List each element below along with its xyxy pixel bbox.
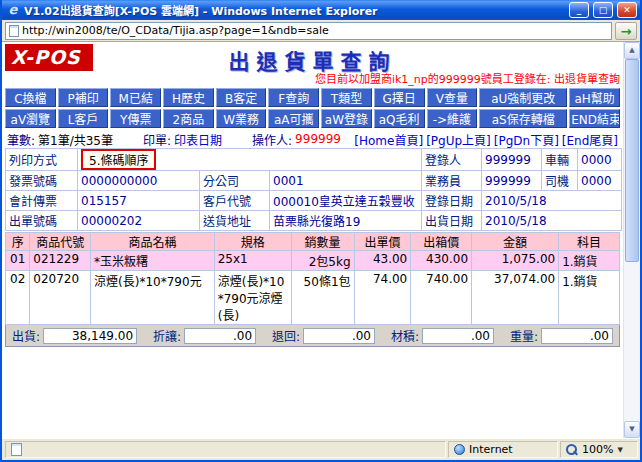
branch-value: 0001 — [270, 171, 422, 191]
item-name: *玉米粄糬 — [91, 251, 215, 271]
go-button[interactable]: → — [615, 22, 637, 40]
page-nav-links: [Home首頁] [PgUp上頁] [PgDn下頁] [End尾頁] — [354, 131, 618, 148]
toolbar-button-voucher[interactable]: Y傳票 — [110, 109, 161, 128]
item-box-price: 740.00 — [411, 271, 472, 325]
table-row[interactable]: 01 021229 *玉米粄糬 25x1 2包5kg 43.00 430.00 … — [6, 251, 620, 271]
toolbar-button-pick-date[interactable]: G擇日 — [374, 88, 425, 107]
address-url: http://win2008/te/O_CData/Tijia.asp?page… — [22, 24, 329, 37]
voucher-label: 會計傳票 — [6, 191, 78, 211]
toolbar-button-sales[interactable]: W業務 — [216, 109, 267, 128]
toolbar-button-check-quantity[interactable]: V查量 — [427, 88, 478, 107]
volume-total-value: .00 — [422, 328, 494, 344]
minimize-button[interactable]: _ — [569, 2, 589, 18]
page-header: X-POS 出退貨單查詢 — [5, 44, 620, 72]
col-qty: 銷數量 — [291, 233, 354, 251]
page-favicon-icon — [9, 25, 19, 37]
nav-pgup-link[interactable]: [PgUp上頁] — [426, 131, 491, 148]
totals-bar: 出貨: 38,149.00 折讓: .00 退回: .00 材積: .00 重量… — [5, 325, 620, 347]
item-account: 1.銷貨 — [559, 271, 620, 325]
customer-code-value: 000010皇英立達五穀豐收 — [270, 191, 422, 211]
status-zone-segment: Internet — [448, 441, 558, 458]
item-unit-price: 43.00 — [354, 251, 411, 271]
operator-label: 操作人: — [252, 131, 292, 148]
reg-date-label: 登錄日期 — [422, 191, 482, 211]
scroll-down-icon[interactable]: ▼ — [624, 421, 640, 438]
print-mode-value[interactable]: 5.條碼順序 — [81, 149, 156, 170]
registrant-label: 登錄人 — [422, 149, 482, 171]
toolbar-button-customer[interactable]: L客戶 — [58, 109, 109, 128]
page-content: X-POS 出退貨單查詢 您目前以加盟商ik1_np的999999號員工登錄在:… — [2, 42, 623, 438]
salesman-label: 業務員 — [422, 171, 482, 191]
status-bar: Internet 100% ▼ — [2, 438, 640, 460]
item-amount: 37,074.00 — [472, 271, 559, 325]
zoom-magnifier-icon — [566, 444, 578, 456]
ship-date-label: 出貨日期 — [422, 211, 482, 231]
delivery-address-value: 苗栗縣光復路19 — [270, 211, 422, 231]
record-count-label: 筆數: — [7, 131, 35, 148]
scrollbar-thumb[interactable] — [625, 59, 639, 262]
item-account: 1.銷貨 — [559, 251, 620, 271]
toolbar-button-end[interactable]: END結束 — [569, 109, 620, 128]
col-seq: 序 — [6, 233, 30, 251]
zoom-dropdown-icon[interactable]: ▼ — [617, 446, 622, 454]
nav-pgdn-link[interactable]: [PgDn下頁] — [494, 131, 559, 148]
item-spec: 25x1 — [214, 251, 291, 271]
address-input[interactable]: http://win2008/te/O_CData/Tijia.asp?page… — [5, 22, 612, 40]
zoom-level: 100% — [582, 443, 613, 456]
toolbar-button-help[interactable]: aH幫助 — [569, 88, 620, 107]
col-product-name: 商品名稱 — [91, 233, 215, 251]
zone-label: Internet — [469, 443, 513, 456]
status-zoom-segment[interactable]: 100% ▼ — [560, 441, 638, 458]
toolbar-button-closed[interactable]: M已結 — [110, 88, 161, 107]
title-bar: e V1.02出退貨查詢[X-POS 雲端網] - Windows Intern… — [2, 0, 640, 20]
toolbar-button-customer-order[interactable]: B客定 — [216, 88, 267, 107]
nav-end-link[interactable]: [End尾頁] — [562, 131, 618, 148]
toolbar-button-browse[interactable]: aV瀏覽 — [5, 109, 56, 128]
toolbar-button-query[interactable]: F查詢 — [268, 88, 319, 107]
toolbar-button-login[interactable]: aW登錄 — [321, 109, 372, 128]
registrant-value: 999999 — [482, 149, 542, 171]
item-qty: 2包5kg — [291, 251, 354, 271]
col-box-price: 出箱價 — [411, 233, 472, 251]
toolbar-button-type[interactable]: T類型 — [321, 88, 372, 107]
toolbar-button-history[interactable]: H歷史 — [163, 88, 214, 107]
scrollbar-track[interactable] — [624, 59, 640, 421]
toolbar-button-gross-profit[interactable]: aQ毛利 — [374, 109, 425, 128]
return-total-value: .00 — [303, 328, 375, 344]
print-label: 印單: — [143, 131, 171, 148]
toolbar-row-1: C換檔 P補印 M已結 H歷史 B客定 F查詢 T類型 G擇日 V查量 aU強制… — [5, 88, 620, 107]
vertical-scrollbar[interactable]: ▲ ▼ — [623, 42, 640, 438]
driver-value: 0000 — [578, 171, 622, 191]
item-amount: 1,075.00 — [472, 251, 559, 271]
ship-total-value: 38,149.00 — [43, 328, 137, 344]
maximize-button[interactable]: □ — [593, 2, 613, 18]
order-no-value: 00000202 — [78, 211, 200, 231]
nav-home-link[interactable]: [Home首頁] — [354, 131, 423, 148]
print-value[interactable]: 印表日期 — [174, 131, 222, 148]
toolbar-button-reprint[interactable]: P補印 — [58, 88, 109, 107]
table-row[interactable]: 02 020720 涼煙(長)*10*790元 涼煙(長)*10*790元涼煙(… — [6, 271, 620, 325]
internet-zone-icon — [454, 444, 465, 455]
toolbar-button-maintain[interactable]: ->維護 — [427, 109, 478, 128]
item-code: 020720 — [30, 271, 91, 325]
discount-total-label: 折讓: — [153, 327, 181, 344]
toolbar-button-force-change[interactable]: aU強制更改 — [479, 88, 567, 107]
customer-code-label: 客戶代號 — [200, 191, 270, 211]
col-spec: 規格 — [214, 233, 291, 251]
col-amount: 金額 — [472, 233, 559, 251]
operator-value: 999999 — [295, 132, 341, 146]
close-button[interactable]: ✕ — [617, 2, 637, 18]
scroll-up-icon[interactable]: ▲ — [624, 42, 640, 59]
toolbar-button-save-export[interactable]: aS保存轉檔 — [479, 109, 567, 128]
order-form: 列印方式 5.條碼順序 登錄人 999999 車輛 0000 發票號碼 0000… — [5, 148, 622, 231]
toolbar-button-product[interactable]: 2商品 — [163, 109, 214, 128]
driver-label: 司機 — [542, 171, 578, 191]
return-total-label: 退回: — [272, 327, 300, 344]
weight-total-value: .00 — [541, 328, 613, 344]
toolbar-button-switch-file[interactable]: C換檔 — [5, 88, 56, 107]
item-qty: 50條1包 — [291, 271, 354, 325]
toolbar-button-portable[interactable]: aA可攜 — [268, 109, 319, 128]
ship-total-label: 出貨: — [12, 327, 40, 344]
item-spec: 涼煙(長)*10*790元涼煙(長) — [214, 271, 291, 325]
window-title: V1.02出退貨查詢[X-POS 雲端網] - Windows Internet… — [24, 2, 565, 18]
